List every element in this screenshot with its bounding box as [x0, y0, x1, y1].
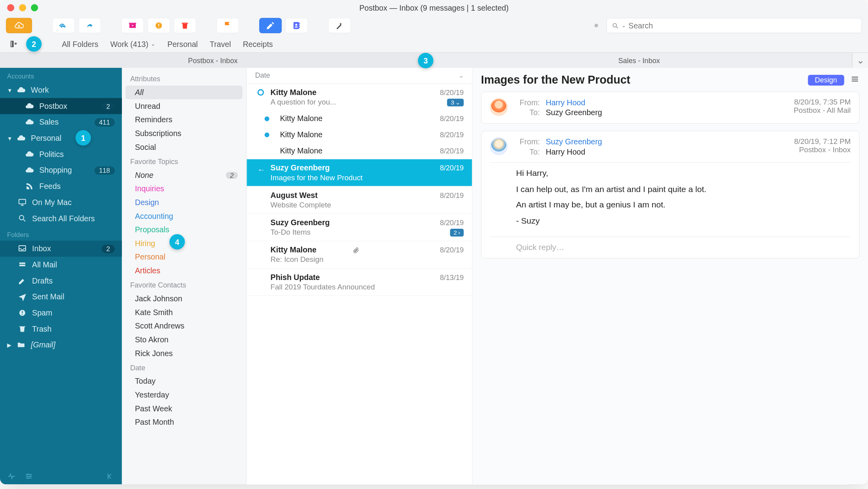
- favbar-receipts[interactable]: Receipts: [243, 39, 273, 49]
- titlebar: Postbox — Inbox (9 messages | 1 selected…: [0, 0, 868, 15]
- reader-topic-tag[interactable]: Design: [808, 75, 844, 86]
- search-scope-caret[interactable]: ⌄: [621, 22, 626, 28]
- pencil-icon: [266, 21, 275, 30]
- date-today[interactable]: Today: [122, 374, 246, 388]
- contact-item[interactable]: Scott Andrews: [122, 319, 246, 333]
- quick-look-button[interactable]: [328, 18, 351, 33]
- badge-inbox: 2: [101, 244, 114, 253]
- topic-articles[interactable]: Articles: [122, 264, 246, 278]
- window-close-button[interactable]: [7, 4, 14, 11]
- contact-item[interactable]: Rick Jones: [122, 346, 246, 360]
- sidebar-account-work[interactable]: ▼ Work: [0, 82, 122, 98]
- sidebar-folder-drafts[interactable]: Drafts: [0, 273, 122, 289]
- contact-item[interactable]: Kate Smith: [122, 305, 246, 319]
- activity-icon[interactable]: [7, 472, 16, 481]
- message-row[interactable]: Kitty Malone8/20/19 A question for you..…: [247, 84, 472, 110]
- sidebar-account-politics[interactable]: Politics: [0, 146, 122, 162]
- tab-expand-button[interactable]: ⌄: [853, 53, 868, 68]
- window-minimize-button[interactable]: [19, 4, 26, 11]
- message-card-collapsed[interactable]: From: Harry Hood To: Suzy Greenberg 8/20…: [481, 91, 860, 123]
- message-row[interactable]: August West8/20/19 Website Complete: [247, 187, 472, 213]
- cloud-download-icon: [14, 21, 24, 30]
- unread-dot-icon: [265, 116, 269, 121]
- from-label: From:: [515, 137, 540, 146]
- compose-button[interactable]: [259, 18, 282, 33]
- sidebar-account-sales[interactable]: Sales 411: [0, 114, 122, 130]
- sidebar-folder-sent[interactable]: Sent Mail: [0, 289, 122, 305]
- message-list: Date⌄ Kitty Malone8/20/19 A question for…: [247, 68, 473, 484]
- message-row-selected[interactable]: ← Suzy Greenberg8/20/19 Images for the N…: [247, 159, 472, 186]
- unread-dot-icon: [265, 133, 269, 137]
- reply-all-button[interactable]: [52, 18, 75, 33]
- thread-count-chip[interactable]: 3⌄: [447, 98, 464, 106]
- sidebar-on-my-mac[interactable]: On My Mac: [0, 194, 122, 211]
- svg-rect-4: [158, 24, 159, 26]
- attr-all[interactable]: All: [125, 86, 243, 99]
- attr-subs[interactable]: Subscriptions: [122, 127, 246, 140]
- attr-social[interactable]: Social: [122, 140, 246, 154]
- tab-postbox-inbox[interactable]: Postbox - Inbox 3: [0, 53, 426, 68]
- sidebar-folder-allmail[interactable]: All Mail: [0, 257, 122, 273]
- sidebar-folder-gmail[interactable]: ▶ [Gmail]: [0, 337, 122, 353]
- collapse-sidebar-icon[interactable]: [106, 472, 115, 481]
- forward-button[interactable]: [79, 18, 101, 33]
- attr-unread[interactable]: Unread: [122, 99, 246, 113]
- topic-none[interactable]: None2: [122, 168, 246, 182]
- topic-accounting[interactable]: Accounting: [122, 209, 246, 223]
- sidebar: Accounts ▼ Work Postbox 2 Sales 411 ▼ Pe…: [0, 68, 122, 484]
- topic-hiring[interactable]: Hiring 4: [122, 237, 246, 250]
- sidebar-account-postbox[interactable]: Postbox 2: [0, 98, 122, 114]
- date-yesterday[interactable]: Yesterday: [122, 388, 246, 402]
- reader-menu-button[interactable]: [850, 74, 860, 86]
- thread-count-chip[interactable]: 2›: [450, 228, 464, 236]
- search-input[interactable]: [629, 21, 857, 30]
- junk-button[interactable]: [148, 18, 170, 33]
- contact-item[interactable]: Jack Johnson: [122, 292, 246, 306]
- sidebar-account-feeds[interactable]: Feeds: [0, 178, 122, 194]
- get-mail-button[interactable]: [6, 18, 32, 33]
- delete-button[interactable]: [174, 18, 196, 33]
- message-row[interactable]: Kitty Malone8/20/19 Re: Icon Design: [247, 241, 472, 268]
- topic-inquiries[interactable]: Inquiries: [122, 182, 246, 196]
- topic-personal[interactable]: Personal: [122, 250, 246, 264]
- quick-reply-field[interactable]: Quick reply…: [482, 237, 859, 258]
- inbox-icon: [17, 244, 26, 253]
- contacts-button[interactable]: [285, 18, 308, 33]
- message-row[interactable]: Suzy Greenberg8/20/19 To-Do Items2›: [247, 214, 472, 241]
- message-row[interactable]: Kitty Malone8/20/19: [247, 127, 472, 143]
- flag-button[interactable]: [216, 18, 239, 33]
- sidebar-toggle-icon[interactable]: [9, 40, 18, 48]
- settings-sliders-icon[interactable]: [24, 472, 34, 481]
- search-field[interactable]: ⌄: [606, 18, 862, 33]
- svg-rect-17: [19, 263, 25, 264]
- tab-sales-inbox[interactable]: Sales - Inbox: [426, 53, 852, 68]
- from-value[interactable]: Suzy Greenberg: [546, 137, 602, 146]
- sidebar-folder-spam[interactable]: Spam: [0, 305, 122, 321]
- message-row[interactable]: Kitty Malone8/20/19: [247, 110, 472, 127]
- favbar-all-folders[interactable]: All Folders: [62, 39, 99, 49]
- archive-button[interactable]: [121, 18, 144, 33]
- date-pastweek[interactable]: Past Week: [122, 402, 246, 416]
- spam-icon: [17, 308, 26, 317]
- window-zoom-button[interactable]: [31, 4, 38, 11]
- sidebar-folder-inbox[interactable]: Inbox 2: [0, 241, 122, 257]
- paper-plane-icon: [17, 292, 26, 301]
- contact-item[interactable]: Sto Akron: [122, 333, 246, 347]
- favbar-personal[interactable]: Personal: [167, 39, 198, 49]
- favbar-travel[interactable]: Travel: [210, 39, 231, 49]
- message-row[interactable]: Kitty Malone8/20/19: [247, 143, 472, 159]
- from-value[interactable]: Harry Hood: [546, 98, 602, 107]
- attr-reminders[interactable]: Reminders: [122, 113, 246, 127]
- topic-design[interactable]: Design: [122, 196, 246, 209]
- topic-proposals[interactable]: Proposals: [122, 223, 246, 237]
- sidebar-folder-trash[interactable]: Trash: [0, 321, 122, 337]
- message-list-sort[interactable]: Date⌄: [247, 68, 472, 84]
- trash-icon: [180, 21, 190, 30]
- sidebar-account-personal[interactable]: ▼ Personal 1: [0, 130, 122, 146]
- date-pastmonth[interactable]: Past Month: [122, 415, 246, 429]
- sidebar-search-all[interactable]: Search All Folders: [0, 210, 122, 226]
- cloud-icon: [25, 150, 34, 159]
- sidebar-account-shopping[interactable]: Shopping 118: [0, 162, 122, 178]
- favbar-work[interactable]: Work (413)⌄: [110, 39, 155, 49]
- message-row[interactable]: Phish Update8/13/19 Fall 2019 Tourdates …: [247, 269, 472, 295]
